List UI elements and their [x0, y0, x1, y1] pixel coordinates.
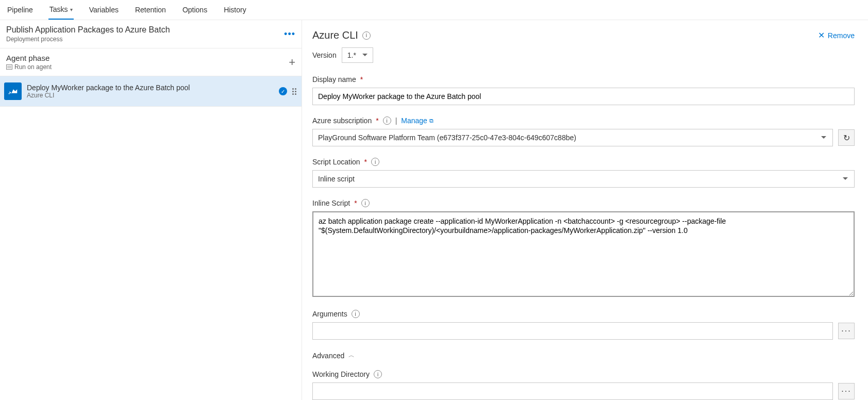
release-header[interactable]: Publish Application Packages to Azure Ba…: [0, 20, 302, 48]
working-dir-label: Working Directory i: [312, 370, 855, 378]
arguments-browse-button[interactable]: ···: [838, 323, 855, 339]
chevron-up-icon: ︿: [348, 351, 355, 360]
arguments-input[interactable]: [312, 322, 833, 340]
task-status-icon: ✓: [279, 87, 287, 95]
tab-pipeline[interactable]: Pipeline: [6, 5, 34, 20]
refresh-button[interactable]: ↻: [838, 129, 855, 146]
info-icon[interactable]: i: [362, 31, 371, 40]
task-subtitle: Azure CLI: [27, 92, 274, 99]
phase-title: Agent phase: [6, 54, 52, 62]
manage-link[interactable]: Manage⧉: [401, 116, 433, 125]
task-row-selected[interactable]: Deploy MyWorker package to the Azure Bat…: [0, 76, 302, 107]
script-location-select[interactable]: Inline script: [312, 170, 855, 188]
info-icon[interactable]: i: [352, 310, 360, 318]
tab-variables[interactable]: Variables: [88, 5, 120, 20]
tab-history[interactable]: History: [223, 5, 247, 20]
working-dir-input[interactable]: [312, 382, 833, 400]
phase-subtitle: Run on agent: [6, 63, 52, 71]
script-location-label: Script Location* i: [312, 158, 855, 166]
refresh-icon: ↻: [843, 133, 850, 143]
release-subtitle: Deployment process: [6, 36, 170, 43]
agent-phase-row[interactable]: Agent phase Run on agent +: [0, 48, 302, 76]
chevron-down-icon: ▾: [70, 7, 73, 12]
arguments-label: Arguments i: [312, 310, 855, 318]
working-dir-browse-button[interactable]: ···: [838, 383, 855, 399]
display-name-input[interactable]: [312, 88, 855, 105]
external-link-icon: ⧉: [429, 118, 433, 124]
close-icon: ✕: [818, 30, 825, 40]
version-row: Version 1.*: [312, 47, 855, 63]
version-select[interactable]: 1.*: [342, 47, 373, 63]
version-label: Version: [312, 51, 337, 59]
azure-cli-icon: [4, 82, 22, 100]
remove-task-button[interactable]: ✕ Remove: [818, 30, 855, 40]
advanced-toggle[interactable]: Advanced ︿: [312, 351, 855, 360]
inline-script-textarea[interactable]: [312, 211, 855, 297]
more-actions-button[interactable]: •••: [284, 29, 295, 40]
subscription-label: Azure subscription* i | Manage⧉: [312, 116, 855, 125]
tab-tasks[interactable]: Tasks ▾: [48, 5, 74, 20]
task-title: Deploy MyWorker package to the Azure Bat…: [27, 84, 274, 92]
ellipsis-icon: ···: [841, 326, 851, 336]
inline-script-label: Inline Script* i: [312, 199, 855, 207]
task-editor-title: Azure CLI i: [312, 29, 371, 41]
top-nav: Pipeline Tasks ▾ Variables Retention Opt…: [0, 0, 868, 20]
drag-handle-icon[interactable]: [292, 88, 296, 95]
subscription-select[interactable]: PlayGround Software Platform Team (e673f…: [312, 129, 833, 146]
display-name-label: Display name*: [312, 75, 855, 84]
info-icon[interactable]: i: [383, 116, 391, 125]
add-task-button[interactable]: +: [289, 56, 295, 69]
info-icon[interactable]: i: [361, 199, 370, 207]
tab-options[interactable]: Options: [181, 5, 208, 20]
left-panel: Publish Application Packages to Azure Ba…: [0, 20, 302, 400]
release-title: Publish Application Packages to Azure Ba…: [6, 25, 170, 35]
agent-icon: [6, 64, 12, 70]
ellipsis-icon: ···: [841, 387, 851, 396]
info-icon[interactable]: i: [371, 158, 379, 166]
right-panel: Azure CLI i ✕ Remove Version 1.* Display…: [302, 20, 868, 400]
tab-retention[interactable]: Retention: [134, 5, 167, 20]
info-icon[interactable]: i: [374, 370, 382, 378]
